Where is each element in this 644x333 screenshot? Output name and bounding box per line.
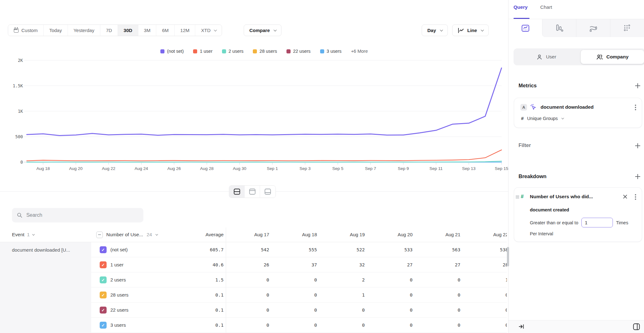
row-value: 555 <box>274 242 321 257</box>
row-label: 3 users <box>110 318 126 333</box>
line-chart[interactable]: 05001K1.5K2KAug 18Aug 20Aug 22Aug 24Aug … <box>0 57 508 176</box>
column-header-aug-20[interactable]: Aug 20 <box>369 227 417 242</box>
row-checkbox[interactable]: ✓ <box>100 307 107 314</box>
range-xtd[interactable]: XTD <box>195 25 222 36</box>
series-line[interactable] <box>27 68 502 135</box>
metric-card[interactable]: A document downloaded # Unique Groups <box>514 98 642 128</box>
legend-item[interactable]: 2 users <box>222 49 244 54</box>
breakdown-card[interactable]: # Number of Users who did... document cr… <box>514 187 642 242</box>
range-12m[interactable]: 12M <box>175 25 195 36</box>
row-checkbox[interactable]: ✓ <box>100 261 107 268</box>
row-value: 26 <box>226 257 274 272</box>
breakdown-condition-row: Greater than or equal to Times <box>530 218 628 227</box>
active-tab-indicator <box>514 18 530 19</box>
row-value: 28 <box>465 257 507 272</box>
kebab-menu-icon[interactable] <box>635 196 636 198</box>
indeterminate-checkbox-icon[interactable] <box>96 232 103 238</box>
tab-chart[interactable]: Chart <box>540 4 552 10</box>
chart-only-button[interactable] <box>245 186 260 198</box>
split-view-button[interactable] <box>229 186 245 198</box>
add-breakdown-button[interactable] <box>635 174 640 179</box>
range-custom[interactable]: Custom <box>8 25 44 36</box>
analytics-app: CustomTodayYesterday7D30D3M6M12MXTD Comp… <box>0 0 644 333</box>
svg-text:Aug 24: Aug 24 <box>135 166 148 171</box>
row-checkbox[interactable]: ✓ <box>100 246 107 253</box>
range-today[interactable]: Today <box>44 25 68 36</box>
legend-swatch <box>320 49 324 53</box>
event-header-label: Event <box>12 232 25 237</box>
group-column-header[interactable]: Number of Use... 24 <box>96 227 157 242</box>
add-filter-button[interactable] <box>635 143 640 148</box>
search-input[interactable] <box>26 212 138 218</box>
row-value: 0 <box>465 303 507 318</box>
times-input[interactable] <box>581 218 613 227</box>
column-header-aug-22[interactable]: Aug 22 <box>465 227 507 242</box>
row-value: 0 <box>417 318 465 333</box>
legend-item[interactable]: 1 user <box>193 49 212 54</box>
series-line[interactable] <box>27 150 502 161</box>
row-value: 0 <box>369 318 417 333</box>
legend-more[interactable]: +6 More <box>351 49 368 54</box>
add-metric-button[interactable] <box>635 83 640 88</box>
search-box <box>12 208 143 222</box>
chevron-down-icon <box>481 28 484 31</box>
row-average: 1.5 <box>176 272 224 287</box>
row-checkbox[interactable]: ✓ <box>100 276 107 283</box>
row-checkbox[interactable]: ✓ <box>100 292 107 298</box>
column-header-aug-17[interactable]: Aug 17 <box>226 227 274 242</box>
metric-name[interactable]: document downloaded <box>541 104 594 110</box>
row-average: 40.6 <box>176 257 224 272</box>
breakdown-title[interactable]: Number of Users who did... <box>530 194 593 199</box>
range-yesterday[interactable]: Yesterday <box>68 25 100 36</box>
range-30d[interactable]: 30D <box>118 25 138 36</box>
flow-chart-tab[interactable] <box>576 19 610 37</box>
row-checkbox[interactable]: ✓ <box>100 322 107 329</box>
row-average: 0.1 <box>176 303 224 318</box>
row-value: 538 <box>465 242 507 257</box>
condition-label[interactable]: Greater than or equal to <box>530 220 578 225</box>
chevron-down-icon <box>32 233 35 235</box>
bar-chart-tab[interactable] <box>542 19 576 37</box>
interval-dropdown[interactable]: Day <box>422 25 448 36</box>
svg-text:Aug 30: Aug 30 <box>233 166 246 171</box>
legend-item[interactable]: (not set) <box>160 49 184 54</box>
row-value: 0 <box>226 303 274 318</box>
grid-chart-tab[interactable] <box>610 19 644 37</box>
legend-item[interactable]: 22 users <box>286 49 311 54</box>
legend-item[interactable]: 3 users <box>320 49 342 54</box>
average-column-header[interactable]: Average <box>176 227 224 242</box>
kebab-menu-icon[interactable] <box>635 107 636 108</box>
series-line[interactable] <box>27 161 502 162</box>
range-3m[interactable]: 3M <box>138 25 157 36</box>
compare-button[interactable]: Compare <box>244 25 281 36</box>
company-toggle-option[interactable]: Company <box>580 50 644 64</box>
row-average: 605.7 <box>176 242 224 257</box>
measure-selector[interactable]: # Unique Groups <box>521 116 563 121</box>
close-icon[interactable] <box>623 194 627 199</box>
svg-text:Aug 22: Aug 22 <box>102 166 115 171</box>
event-name-cell[interactable]: document downloaded [U... <box>0 242 91 333</box>
drag-handle-icon[interactable] <box>516 195 519 199</box>
event-column-header[interactable]: Event 1 <box>12 227 34 242</box>
range-6m[interactable]: 6M <box>156 25 175 36</box>
line-chart-tab[interactable] <box>508 19 542 37</box>
column-header-aug-18[interactable]: Aug 18 <box>274 227 321 242</box>
collapse-right-icon[interactable] <box>519 324 525 329</box>
user-toggle-label: User <box>546 54 556 60</box>
user-toggle-option[interactable]: User <box>515 50 578 64</box>
table-only-button[interactable] <box>260 186 275 198</box>
chart-type-dropdown[interactable]: Line <box>452 25 489 36</box>
legend-item[interactable]: 28 users <box>253 49 277 54</box>
breakdown-event[interactable]: document created <box>530 207 569 212</box>
column-header-aug-19[interactable]: Aug 19 <box>321 227 369 242</box>
panel-split-icon[interactable] <box>633 323 640 330</box>
tab-query[interactable]: Query <box>514 4 528 10</box>
bar-chart-icon <box>555 24 564 32</box>
range-7d[interactable]: 7D <box>100 25 118 36</box>
per-interval-label[interactable]: Per Interval <box>530 231 553 236</box>
svg-text:Sep 9: Sep 9 <box>398 166 409 171</box>
chevron-down-icon <box>274 28 277 31</box>
metric-badge: A <box>520 104 527 111</box>
table-scrollbar[interactable] <box>507 247 509 266</box>
column-header-aug-21[interactable]: Aug 21 <box>417 227 465 242</box>
